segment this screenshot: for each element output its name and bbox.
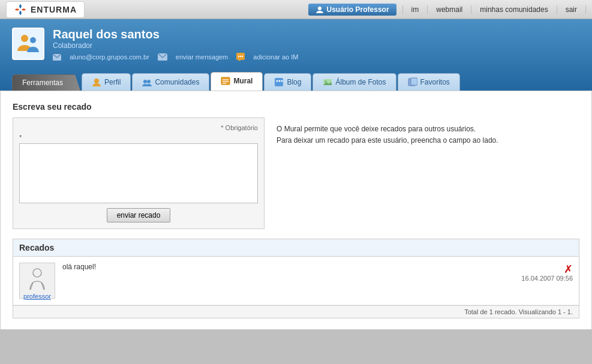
album-icon <box>323 77 332 87</box>
tab-comunidades[interactable]: Comunidades <box>132 73 209 91</box>
logo-text: ENTURMA <box>31 5 77 14</box>
profile-name: Raquel dos santos <box>53 28 299 41</box>
svg-point-8 <box>242 56 243 57</box>
svg-point-9 <box>94 79 99 83</box>
svg-point-0 <box>318 7 321 10</box>
nav-comunidades[interactable]: minhas comunidades <box>471 5 556 14</box>
recados-section: Recados olá raquel! 16.04.2007 09:56 ✗ <box>13 239 579 318</box>
profile-actions: aluno@corp.grupos.com.br enviar mensagem… <box>53 53 299 61</box>
tab-perfil[interactable]: Perfil <box>82 73 131 91</box>
logo-area: ENTURMA <box>6 1 85 18</box>
tab-favoritos[interactable]: Favoritos <box>398 73 460 91</box>
recado-user-link[interactable]: professor <box>19 293 55 300</box>
required-star: * <box>19 134 258 141</box>
recado-content: olá raquel! 16.04.2007 09:56 <box>62 263 573 299</box>
recado-date: 16.04.2007 09:56 <box>62 275 573 282</box>
add-im-link[interactable]: adicionar ao IM <box>253 53 298 61</box>
svg-point-18 <box>279 80 281 82</box>
svg-point-19 <box>281 80 283 82</box>
favoritos-icon <box>408 77 417 87</box>
tab-album[interactable]: Álbum de Fotos <box>312 73 396 91</box>
blog-icon <box>274 77 284 87</box>
delete-recado-button[interactable]: ✗ <box>564 263 573 276</box>
profile-header: Raquel dos santos Colaborador aluno@corp… <box>0 19 592 91</box>
write-section-title: Escreva seu recado <box>13 102 579 112</box>
svg-point-1 <box>21 35 28 42</box>
svg-point-7 <box>240 56 241 57</box>
recados-list: olá raquel! 16.04.2007 09:56 ✗ professor <box>13 257 579 306</box>
write-form-area: * Obrigatório * enviar recado O Mural pe… <box>13 118 579 229</box>
nav-links: Usuário Professor im webmail minhas comu… <box>97 4 586 16</box>
avatar-icon <box>15 31 41 57</box>
message-icon <box>158 53 167 61</box>
send-message-link[interactable]: enviar mensagem <box>176 53 228 61</box>
table-row: olá raquel! 16.04.2007 09:56 ✗ professor <box>13 257 579 305</box>
svg-point-17 <box>277 80 278 82</box>
tabs-bar: Ferramentas Perfil Comunidades <box>12 72 580 91</box>
tab-mural[interactable]: Mural <box>211 72 263 91</box>
email-icon <box>53 54 61 61</box>
svg-point-10 <box>143 80 147 83</box>
write-info: O Mural permite que você deixe recados p… <box>277 118 579 229</box>
profile-details: Raquel dos santos Colaborador aluno@corp… <box>53 28 299 61</box>
content-area: Escreva seu recado * Obrigatório * envia… <box>0 91 592 330</box>
nav-webmail[interactable]: webmail <box>427 5 471 14</box>
recado-textarea[interactable] <box>19 143 258 203</box>
user-icon <box>315 5 324 14</box>
mural-icon <box>221 76 230 86</box>
comunidades-icon <box>142 77 152 87</box>
svg-point-24 <box>33 269 41 277</box>
logo-icon <box>14 3 27 16</box>
recados-footer: Total de 1 recado. Visualizando 1 - 1. <box>13 306 579 318</box>
svg-point-6 <box>238 56 239 57</box>
user-button[interactable]: Usuário Professor <box>308 4 396 16</box>
nav-sair[interactable]: sair <box>557 5 586 14</box>
profile-info: Raquel dos santos Colaborador aluno@corp… <box>12 28 580 61</box>
perfil-icon <box>92 77 101 87</box>
svg-point-2 <box>30 37 36 43</box>
write-form: * Obrigatório * enviar recado <box>13 118 265 229</box>
obrigatorio-label: * Obrigatório <box>19 124 258 131</box>
recado-text: olá raquel! <box>62 263 573 271</box>
tab-ferramentas[interactable]: Ferramentas <box>12 74 80 91</box>
avatar <box>12 28 44 60</box>
write-info-line1: O Mural permite que você deixe recados p… <box>277 124 579 135</box>
write-info-line2: Para deixar um recado para este usuário,… <box>277 135 579 146</box>
recados-title: Recados <box>13 239 579 257</box>
svg-rect-16 <box>275 78 283 86</box>
nav-im[interactable]: im <box>402 5 428 14</box>
profile-email-link[interactable]: aluno@corp.grupos.com.br <box>70 53 149 61</box>
im-icon <box>236 53 245 61</box>
svg-rect-23 <box>411 78 417 85</box>
tab-blog[interactable]: Blog <box>264 73 311 91</box>
profile-role: Colaborador <box>53 41 299 50</box>
svg-point-11 <box>147 80 151 83</box>
send-recado-button[interactable]: enviar recado <box>107 208 171 222</box>
write-section: Escreva seu recado * Obrigatório * envia… <box>13 102 579 229</box>
top-bar: ENTURMA Usuário Professor im webmail min… <box>0 0 592 19</box>
